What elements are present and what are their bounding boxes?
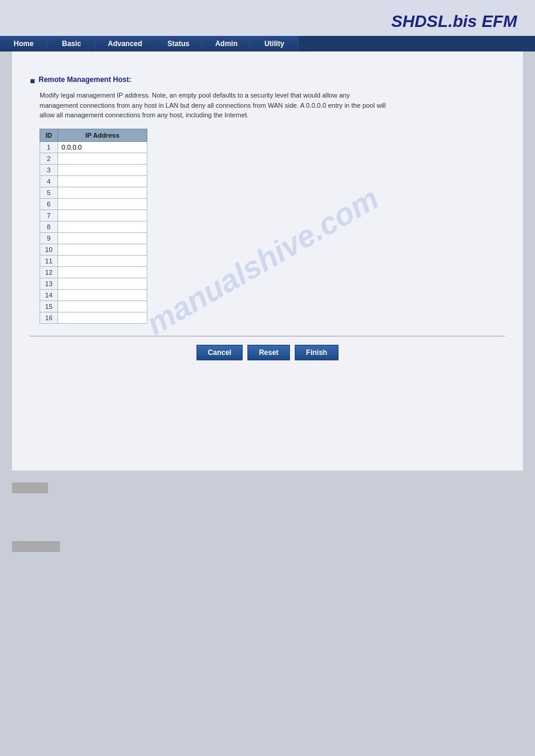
ip-input-5[interactable] (61, 189, 138, 197)
ip-cell-7[interactable] (58, 210, 147, 221)
ip-input-1[interactable] (61, 143, 138, 151)
ip-cell-10[interactable] (58, 244, 147, 255)
row-id-16: 16 (40, 312, 58, 323)
row-id-8: 8 (40, 221, 58, 232)
row-id-9: 9 (40, 232, 58, 244)
main-content: manualshive.com ■ Remote Management Host… (12, 51, 523, 470)
section-description: Modify legal management IP address. Note… (40, 90, 387, 120)
table-row: 13 (40, 278, 147, 289)
col-header-id: ID (40, 129, 58, 141)
row-id-10: 10 (40, 244, 58, 255)
row-id-6: 6 (40, 198, 58, 210)
table-row: 1 (40, 141, 147, 153)
ip-cell-16[interactable] (58, 312, 147, 323)
ip-input-8[interactable] (61, 223, 138, 231)
finish-button[interactable]: Finish (295, 345, 338, 360)
row-id-4: 4 (40, 175, 58, 187)
row-id-2: 2 (40, 153, 58, 164)
watermark: manualshive.com (140, 180, 385, 342)
section-header: ■ Remote Management Host: (30, 75, 505, 86)
table-row: 7 (40, 210, 147, 221)
row-id-15: 15 (40, 300, 58, 312)
ip-input-15[interactable] (61, 302, 138, 311)
ip-cell-8[interactable] (58, 221, 147, 232)
row-id-14: 14 (40, 289, 58, 300)
ip-cell-13[interactable] (58, 278, 147, 289)
ip-address-table: ID IP Address 12345678910111213141516 (40, 129, 147, 324)
ip-input-11[interactable] (61, 257, 138, 265)
ip-input-9[interactable] (61, 234, 138, 242)
nav-basic[interactable]: Basic (48, 36, 96, 51)
ip-cell-4[interactable] (58, 175, 147, 187)
row-id-12: 12 (40, 266, 58, 278)
button-row: Cancel Reset Finish (30, 345, 505, 360)
section-title: Remote Management Host: (38, 75, 131, 84)
ip-input-13[interactable] (61, 280, 138, 288)
ip-cell-12[interactable] (58, 266, 147, 278)
cancel-button[interactable]: Cancel (197, 345, 243, 360)
ip-cell-6[interactable] (58, 198, 147, 210)
table-row: 16 (40, 312, 147, 323)
ip-input-14[interactable] (61, 291, 138, 299)
ip-cell-15[interactable] (58, 300, 147, 312)
reset-button[interactable]: Reset (247, 345, 290, 360)
ip-input-10[interactable] (61, 245, 138, 254)
nav-bar: Home Basic Advanced Status Admin Utility (0, 36, 535, 51)
nav-admin[interactable]: Admin (202, 36, 250, 51)
ip-input-7[interactable] (61, 211, 138, 220)
nav-advanced[interactable]: Advanced (96, 36, 155, 51)
nav-home[interactable]: Home (0, 36, 48, 51)
nav-status[interactable]: Status (155, 36, 202, 51)
table-row: 11 (40, 255, 147, 266)
gray-bar-1 (12, 482, 48, 493)
table-row: 4 (40, 175, 147, 187)
table-row: 10 (40, 244, 147, 255)
section-bullet: ■ (30, 76, 35, 86)
table-row: 8 (40, 221, 147, 232)
ip-input-12[interactable] (61, 268, 138, 277)
table-row: 14 (40, 289, 147, 300)
row-id-1: 1 (40, 141, 58, 153)
row-id-11: 11 (40, 255, 58, 266)
brand-title: SHDSL.bis EFM (12, 6, 523, 36)
row-id-5: 5 (40, 187, 58, 198)
ip-cell-5[interactable] (58, 187, 147, 198)
row-id-7: 7 (40, 210, 58, 221)
ip-cell-1[interactable] (58, 141, 147, 153)
row-id-3: 3 (40, 164, 58, 175)
table-row: 3 (40, 164, 147, 175)
table-row: 12 (40, 266, 147, 278)
ip-input-6[interactable] (61, 200, 138, 208)
ip-input-16[interactable] (61, 314, 138, 322)
ip-cell-9[interactable] (58, 232, 147, 244)
gray-bar-2 (12, 541, 60, 552)
table-row: 9 (40, 232, 147, 244)
ip-input-4[interactable] (61, 177, 138, 186)
nav-utility[interactable]: Utility (250, 36, 298, 51)
divider (30, 336, 505, 336)
table-row: 6 (40, 198, 147, 210)
row-id-13: 13 (40, 278, 58, 289)
ip-cell-11[interactable] (58, 255, 147, 266)
table-row: 2 (40, 153, 147, 164)
ip-cell-14[interactable] (58, 289, 147, 300)
ip-input-2[interactable] (61, 154, 138, 163)
table-row: 5 (40, 187, 147, 198)
ip-cell-2[interactable] (58, 153, 147, 164)
ip-input-3[interactable] (61, 166, 138, 174)
ip-cell-3[interactable] (58, 164, 147, 175)
table-row: 15 (40, 300, 147, 312)
col-header-ip: IP Address (58, 129, 147, 141)
